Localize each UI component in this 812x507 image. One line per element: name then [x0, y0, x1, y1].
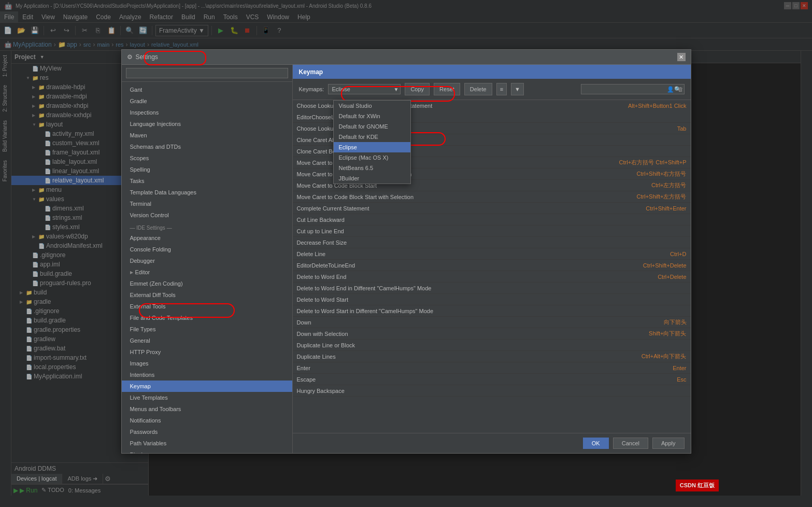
- dialog-body: GantGradleInspectionsLanguage Injections…: [122, 65, 691, 453]
- cancel-button[interactable]: Cancel: [613, 438, 648, 449]
- settings-nav-keymap[interactable]: Keymap: [122, 381, 292, 392]
- dropdown-item-default-for-gnome[interactable]: Default for GNOME: [334, 121, 410, 132]
- keymap-row-12[interactable]: Cut up to Line End: [293, 226, 691, 237]
- settings-search-input[interactable]: [126, 68, 288, 78]
- settings-title: Settings: [136, 53, 158, 61]
- settings-nav-tasks[interactable]: Tasks: [122, 175, 292, 187]
- dropdown-item-eclipse[interactable]: Eclipse: [334, 142, 410, 152]
- settings-nav-emmet--zen-coding-[interactable]: Emmet (Zen Coding): [122, 278, 292, 289]
- keymap-row-13[interactable]: Decrease Font Size: [293, 237, 691, 248]
- settings-nav-menus-and-toolbars[interactable]: Menus and Toolbars: [122, 403, 292, 415]
- settings-nav-notifications[interactable]: Notifications: [122, 415, 292, 426]
- keymap-row-20[interactable]: Down 向下箭头: [293, 317, 691, 328]
- keymap-row-23[interactable]: Duplicate Lines Ctrl+Alt+向下箭头: [293, 351, 691, 362]
- keymap-row-19[interactable]: Delete to Word Start in Different "Camel…: [293, 305, 691, 317]
- watermark: CSDN 红豆饭: [676, 480, 719, 491]
- keymap-header: Keymap: [293, 65, 691, 79]
- dropdown-item-default-for-kde[interactable]: Default for KDE: [334, 132, 410, 142]
- keymap-select-wrapper: Visual StudioDefault for XWinDefault for…: [328, 84, 401, 94]
- keymap-select[interactable]: Visual StudioDefault for XWinDefault for…: [328, 84, 401, 94]
- settings-nav-schemas-and-dtds[interactable]: Schemas and DTDs: [122, 141, 292, 152]
- delete-shortcut-icon[interactable]: 🗑: [678, 86, 683, 92]
- copy-button-keymap[interactable]: Copy: [405, 83, 430, 95]
- keymap-row-9[interactable]: Move Caret to Code Block Start with Sele…: [293, 191, 691, 203]
- settings-search: [122, 65, 292, 82]
- settings-nav-debugger[interactable]: Debugger: [122, 255, 292, 266]
- dialog-titlebar: ⚙ Settings ✕: [122, 50, 691, 65]
- settings-nav-inspections[interactable]: Inspections: [122, 107, 292, 118]
- settings-nav-plugins[interactable]: Plugins: [122, 449, 292, 453]
- dropdown-item-eclipse-(mac-os-x)[interactable]: Eclipse (Mac OS X): [334, 152, 410, 163]
- settings-nav-external-tools[interactable]: External Tools: [122, 301, 292, 312]
- settings-nav-template-data-languages[interactable]: Template Data Languages: [122, 187, 292, 198]
- settings-nav: GantGradleInspectionsLanguage Injections…: [122, 65, 293, 453]
- keymap-row-16[interactable]: Delete to Word End Ctrl+Delete: [293, 271, 691, 283]
- settings-section-ide-settings: — IDE Settings —: [122, 221, 292, 232]
- settings-nav-gradle[interactable]: Gradle: [122, 95, 292, 107]
- settings-nav-file-types[interactable]: File Types: [122, 323, 292, 335]
- settings-nav-scopes[interactable]: Scopes: [122, 152, 292, 164]
- dialog-overlay: ⚙ Settings ✕ GantGradleInspectionsLangua…: [0, 0, 812, 507]
- keymap-row-11[interactable]: Cut Line Backward: [293, 214, 691, 226]
- keymap-dropdown: Visual StudioDefault for XWinDefault for…: [333, 100, 411, 184]
- settings-nav-maven[interactable]: Maven: [122, 130, 292, 141]
- reset-button[interactable]: Reset: [434, 83, 460, 95]
- settings-nav-live-templates[interactable]: Live Templates: [122, 392, 292, 403]
- keymap-row-24[interactable]: Enter Enter: [293, 362, 691, 374]
- settings-nav-spelling[interactable]: Spelling: [122, 164, 292, 175]
- keymap-row-10[interactable]: Complete Current Statement Ctrl+Shift+En…: [293, 203, 691, 214]
- delete-button[interactable]: Delete: [464, 83, 492, 95]
- dropdown-item-netbeans-6.5[interactable]: NetBeans 6.5: [334, 163, 410, 173]
- settings-nav-passwords[interactable]: Passwords: [122, 426, 292, 438]
- dialog-close-button[interactable]: ✕: [677, 53, 686, 61]
- settings-nav-path-variables[interactable]: Path Variables: [122, 438, 292, 449]
- settings-nav-intentions[interactable]: Intentions: [122, 369, 292, 381]
- keymap-row-15[interactable]: EditorDeleteToLineEnd Ctrl+Shift+Delete: [293, 260, 691, 271]
- settings-dialog: ⚙ Settings ✕ GantGradleInspectionsLangua…: [121, 49, 691, 454]
- keymap-toolbar: Keymaps: Visual StudioDefault for XWinDe…: [293, 79, 691, 100]
- settings-nav-images[interactable]: Images: [122, 358, 292, 369]
- dropdown-item-default-for-xwin[interactable]: Default for XWin: [334, 111, 410, 121]
- settings-nav-terminal[interactable]: Terminal: [122, 198, 292, 209]
- settings-nav-external-diff-tools[interactable]: External Diff Tools: [122, 289, 292, 301]
- dialog-footer: OK Cancel Apply: [293, 433, 691, 453]
- keymaps-label: Keymaps:: [299, 86, 324, 92]
- ok-button[interactable]: OK: [583, 438, 609, 449]
- settings-nav-http-proxy[interactable]: HTTP Proxy: [122, 346, 292, 358]
- settings-tree: GantGradleInspectionsLanguage Injections…: [122, 82, 292, 453]
- apply-button[interactable]: Apply: [652, 438, 685, 449]
- sort-button[interactable]: ≡: [496, 83, 507, 95]
- settings-icon: ⚙: [127, 53, 133, 61]
- dropdown-item-jbuilder[interactable]: JBuilder: [334, 173, 410, 184]
- filter-button[interactable]: ▼: [511, 83, 524, 95]
- settings-nav-file-and-code-templates[interactable]: File and Code Templates: [122, 312, 292, 323]
- keymap-row-25[interactable]: Escape Esc: [293, 374, 691, 385]
- settings-nav-general[interactable]: General: [122, 335, 292, 346]
- keymap-row-17[interactable]: Delete to Word End in Different "CamelHu…: [293, 283, 691, 294]
- settings-nav-appearance[interactable]: Appearance: [122, 232, 292, 244]
- keymap-row-22[interactable]: Duplicate Line or Block: [293, 340, 691, 351]
- keymap-row-21[interactable]: Down with Selection Shift+向下箭头: [293, 328, 691, 340]
- settings-content: Keymap Keymaps: Visual StudioDefault for…: [293, 65, 691, 453]
- keymap-row-14[interactable]: Delete Line Ctrl+D: [293, 248, 691, 260]
- keymap-row-18[interactable]: Delete to Word Start: [293, 294, 691, 305]
- settings-nav-editor[interactable]: Editor: [122, 266, 292, 278]
- keymap-search-wrapper: 🔍 👤 🗑: [581, 84, 685, 94]
- add-user-icon[interactable]: 👤: [667, 86, 674, 93]
- settings-nav-version-control[interactable]: Version Control: [122, 209, 292, 221]
- settings-nav-console-folding[interactable]: Console Folding: [122, 244, 292, 255]
- settings-nav-gant[interactable]: Gant: [122, 84, 292, 95]
- keymap-row-26[interactable]: Hungry Backspace: [293, 385, 691, 397]
- settings-nav-language-injections[interactable]: Language Injections: [122, 118, 292, 130]
- dropdown-item-visual-studio[interactable]: Visual Studio: [334, 101, 410, 111]
